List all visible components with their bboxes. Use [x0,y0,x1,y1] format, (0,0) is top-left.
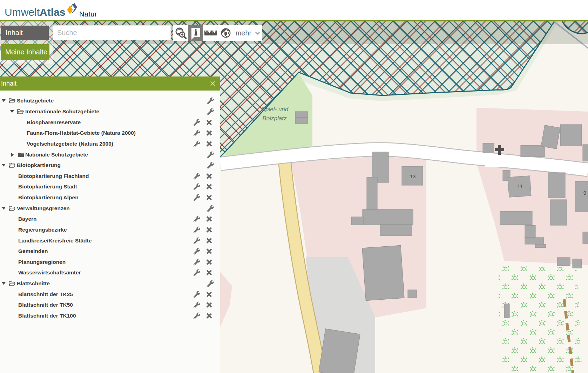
svg-text:11: 11 [517,183,523,189]
svg-text:Bolzplatz: Bolzplatz [263,115,287,122]
svg-text:9: 9 [583,190,586,196]
svg-text:13: 13 [410,173,416,179]
svg-text:Spiel- und: Spiel- und [262,106,289,113]
